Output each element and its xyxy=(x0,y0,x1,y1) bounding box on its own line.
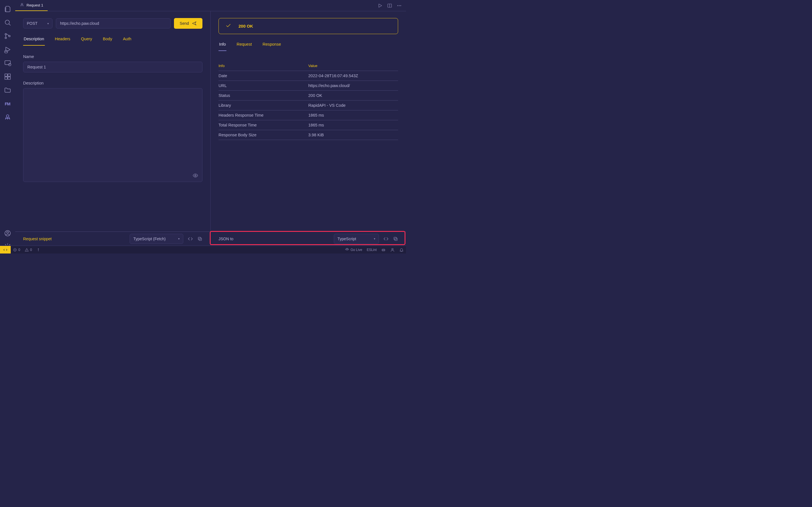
snippet-right-label: JSON to xyxy=(218,237,234,241)
info-key: Total Response Time xyxy=(218,123,308,127)
description-label: Description xyxy=(23,81,202,86)
info-key: Date xyxy=(218,73,308,78)
send-button[interactable]: Send xyxy=(174,18,202,29)
source-control-icon[interactable] xyxy=(1,29,14,43)
response-tabs: Info Request Response xyxy=(218,42,398,51)
remote-indicator-icon[interactable] xyxy=(0,246,11,253)
problems-errors[interactable]: 0 xyxy=(11,248,22,252)
folder-icon[interactable] xyxy=(1,83,14,97)
info-value: 3.98 KiB xyxy=(308,133,398,137)
svg-point-27 xyxy=(347,249,348,250)
snippet-lang-select-right[interactable]: TypeScript ▾ xyxy=(334,234,379,244)
info-row: Date2022-04-28T16:07:49.543Z xyxy=(218,71,398,81)
name-label: Name xyxy=(23,54,202,59)
tab-title: Request 1 xyxy=(27,3,43,7)
info-row: Headers Response Time1865 ms xyxy=(218,110,398,120)
svg-point-13 xyxy=(6,231,8,233)
request-tabs: Description Headers Query Body Auth xyxy=(23,37,202,46)
snippet-bar-left: Request snippet TypeScript (Fetch) ▾ xyxy=(15,231,211,245)
info-table: Info Value Date2022-04-28T16:07:49.543ZU… xyxy=(218,61,398,140)
send-icon xyxy=(192,21,197,26)
split-editor-icon[interactable] xyxy=(386,2,394,10)
copy-icon[interactable] xyxy=(197,236,202,241)
url-input[interactable] xyxy=(56,18,170,29)
tab-headers[interactable]: Headers xyxy=(54,37,71,46)
info-row: LibraryRapidAPI - VS Code xyxy=(218,101,398,110)
check-icon xyxy=(225,23,231,29)
copilot-icon[interactable] xyxy=(379,247,388,252)
eslint[interactable]: ESLint xyxy=(364,248,379,252)
info-value: 200 OK xyxy=(308,93,398,98)
svg-rect-21 xyxy=(199,238,202,240)
bell-icon[interactable] xyxy=(397,247,406,252)
port-icon[interactable] xyxy=(34,248,43,252)
copy-icon[interactable] xyxy=(393,236,398,241)
svg-point-29 xyxy=(383,249,383,250)
explorer-icon[interactable] xyxy=(1,2,14,16)
tab-body[interactable]: Body xyxy=(102,37,113,46)
svg-point-31 xyxy=(392,248,393,249)
svg-point-30 xyxy=(384,249,384,250)
info-header-key: Info xyxy=(218,64,308,68)
snippet-lang-select-left[interactable]: TypeScript (Fetch) ▾ xyxy=(130,234,183,244)
info-row: URLhttps://echo.paw.cloud/ xyxy=(218,81,398,91)
account-icon[interactable] xyxy=(1,226,14,240)
search-icon[interactable] xyxy=(1,16,14,29)
svg-point-17 xyxy=(398,5,398,6)
editor-tabbar: Request 1 xyxy=(15,0,406,11)
svg-point-19 xyxy=(400,5,401,6)
tab-query[interactable]: Query xyxy=(80,37,93,46)
info-key: Library xyxy=(218,103,308,108)
svg-point-3 xyxy=(8,35,10,37)
info-value: https://echo.paw.cloud/ xyxy=(308,83,398,88)
info-value: 2022-04-28T16:07:49.543Z xyxy=(308,73,398,78)
method-select[interactable]: POST ▾ xyxy=(23,18,52,29)
name-input[interactable] xyxy=(23,62,202,72)
tab-response-view[interactable]: Response xyxy=(262,42,282,51)
info-row: Status200 OK xyxy=(218,91,398,101)
rapidapi-icon[interactable] xyxy=(1,110,14,124)
chevron-down-icon: ▾ xyxy=(374,237,375,240)
go-live[interactable]: Go Live xyxy=(343,248,364,252)
run-icon[interactable] xyxy=(376,2,384,10)
editor-tab[interactable]: Request 1 xyxy=(15,0,48,11)
svg-point-20 xyxy=(195,175,196,176)
info-key: URL xyxy=(218,83,308,88)
svg-rect-24 xyxy=(394,237,396,240)
preview-eye-icon[interactable] xyxy=(193,173,198,179)
description-textarea[interactable] xyxy=(23,88,202,170)
more-icon[interactable] xyxy=(395,2,403,10)
snippet-lang-left: TypeScript (Fetch) xyxy=(133,237,165,241)
info-row: Response Body Size3.98 KiB xyxy=(218,130,398,140)
run-debug-icon[interactable] xyxy=(1,43,14,56)
activity-bar: FM xyxy=(0,0,15,253)
code-icon[interactable] xyxy=(188,236,193,241)
info-value: 1865 ms xyxy=(308,113,398,117)
send-label: Send xyxy=(180,21,189,25)
svg-point-15 xyxy=(21,3,22,5)
figma-icon[interactable]: FM xyxy=(1,97,14,110)
info-value: RapidAPI - VS Code xyxy=(308,103,398,108)
response-pane: 200 OK Info Request Response Info Value … xyxy=(211,11,406,231)
feedback-icon[interactable] xyxy=(388,247,397,252)
svg-rect-23 xyxy=(395,238,397,240)
tab-auth[interactable]: Auth xyxy=(122,37,132,46)
problems-warnings[interactable]: 0 xyxy=(22,248,35,252)
snippet-bar-right: JSON to TypeScript ▾ xyxy=(211,231,406,245)
code-icon[interactable] xyxy=(384,236,389,241)
svg-rect-8 xyxy=(8,74,10,76)
status-text: 200 OK xyxy=(239,24,253,29)
chevron-down-icon: ▾ xyxy=(47,22,49,25)
tab-description[interactable]: Description xyxy=(23,37,45,46)
svg-rect-9 xyxy=(5,77,7,79)
info-row: Total Response Time1865 ms xyxy=(218,120,398,130)
tab-info[interactable]: Info xyxy=(218,42,226,51)
info-header-value: Value xyxy=(308,64,398,68)
remote-explorer-icon[interactable] xyxy=(1,56,14,70)
info-key: Headers Response Time xyxy=(218,113,308,117)
extensions-icon[interactable] xyxy=(1,70,14,83)
snippet-left-label: Request snippet xyxy=(23,237,52,241)
status-bar: 0 0 Go Live ESLint xyxy=(0,245,406,253)
tab-request-view[interactable]: Request xyxy=(236,42,252,51)
svg-rect-7 xyxy=(5,74,7,76)
